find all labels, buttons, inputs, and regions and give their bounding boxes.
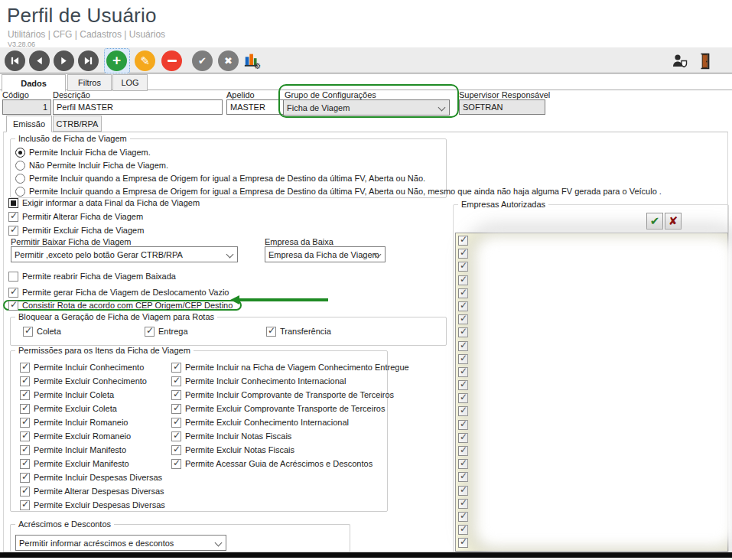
checkbox-row[interactable]: Permite Excluir Comprovante Transporte d… xyxy=(171,403,409,414)
checkbox[interactable] xyxy=(171,376,181,386)
empresa-checkbox[interactable] xyxy=(458,406,468,416)
empresa-row[interactable] xyxy=(458,459,727,469)
checkbox[interactable] xyxy=(20,459,30,469)
checkbox-row[interactable]: Entrega xyxy=(145,326,266,337)
checkbox-row[interactable]: Permite Incluir Coleta xyxy=(20,389,165,400)
empresa-checkbox[interactable] xyxy=(458,433,468,443)
checkbox[interactable] xyxy=(8,272,18,282)
checkbox-row[interactable]: Coleta xyxy=(23,326,145,337)
checkbox-row[interactable]: Permite Incluir Manifesto xyxy=(20,444,165,455)
empresa-checkbox[interactable] xyxy=(458,249,468,259)
checkbox[interactable] xyxy=(20,404,30,414)
checkbox[interactable] xyxy=(8,226,18,236)
checkbox-row[interactable]: Permite Incluir na Ficha de Viagem Conhe… xyxy=(171,362,409,373)
descricao-field[interactable]: Perfil MASTER xyxy=(53,99,223,115)
checkbox-row[interactable]: Exigir informar a data Final da Ficha de… xyxy=(8,197,200,208)
radio-row[interactable]: Permite Incluir Ficha de Viagem. xyxy=(15,147,662,158)
deselect-all-button[interactable]: ✘ xyxy=(665,213,682,230)
empresa-checkbox[interactable] xyxy=(458,380,468,390)
previous-record-button[interactable] xyxy=(29,50,50,71)
checkbox-row[interactable]: Permite Incluir Conhecimento Internacion… xyxy=(171,376,409,386)
empresa-row[interactable] xyxy=(458,472,727,482)
checkbox[interactable] xyxy=(8,198,18,208)
empresa-checkbox[interactable] xyxy=(458,236,468,246)
codigo-field[interactable]: 1 xyxy=(2,99,51,115)
select-all-button[interactable]: ✔ xyxy=(646,213,663,230)
empresa-checkbox[interactable] xyxy=(458,459,468,469)
user-permissions-button[interactable] xyxy=(671,52,689,70)
checkbox-row[interactable]: Permite reabrir Ficha de Viagem Baixada xyxy=(8,271,242,282)
checkbox-row[interactable]: Permitir Alterar Ficha de Viagem xyxy=(8,211,200,222)
empresa-checkbox[interactable] xyxy=(458,354,468,364)
empresa-row[interactable] xyxy=(458,525,727,535)
checkbox-row[interactable]: Permite Excluir Conhecimento xyxy=(20,376,165,386)
empresa-row[interactable] xyxy=(458,538,727,548)
checkbox[interactable] xyxy=(20,473,30,483)
checkbox-row[interactable]: Permite Incluir Despesas Diversas xyxy=(20,472,165,483)
checkbox-row[interactable]: Permite Incluir Romaneio xyxy=(20,417,165,428)
grupo-configuracoes-select[interactable]: Ficha de Viagem xyxy=(283,99,450,116)
checkbox-row[interactable]: Transferência xyxy=(266,326,388,337)
checkbox[interactable] xyxy=(23,327,33,337)
acrescimos-select[interactable]: Permitir informar acréscimos e descontos xyxy=(15,535,226,551)
last-record-button[interactable] xyxy=(78,50,99,71)
empresa-checkbox[interactable] xyxy=(458,327,468,337)
tab-filtros[interactable]: Filtros xyxy=(67,74,112,91)
empresa-row[interactable] xyxy=(458,236,727,246)
empresa-row[interactable] xyxy=(458,406,727,416)
empresa-row[interactable] xyxy=(458,420,727,430)
checkbox[interactable] xyxy=(20,445,30,455)
next-record-button[interactable] xyxy=(54,50,74,71)
add-record-button[interactable]: + xyxy=(106,50,127,71)
cancel-button[interactable]: ✖ xyxy=(218,50,239,71)
empresa-row[interactable] xyxy=(458,314,727,324)
checkbox-row[interactable]: Permite Excluir Manifesto xyxy=(20,458,165,469)
checkbox[interactable] xyxy=(171,459,181,469)
empresa-checkbox[interactable] xyxy=(458,288,468,298)
checkbox[interactable] xyxy=(8,301,18,311)
empresa-row[interactable] xyxy=(458,354,727,364)
radio-button[interactable] xyxy=(15,148,25,158)
edit-record-button[interactable]: ✎ xyxy=(135,50,155,71)
empresa-row[interactable] xyxy=(458,433,727,443)
checkbox-row[interactable]: Permite Excluir Despesas Diversas xyxy=(20,500,165,510)
radio-row[interactable]: Permite Incluir quando a Empresa de Orig… xyxy=(15,186,662,197)
checkbox[interactable] xyxy=(8,288,18,298)
checkbox[interactable] xyxy=(20,363,30,373)
empresa-checkbox[interactable] xyxy=(458,472,468,482)
radio-button[interactable] xyxy=(15,187,25,197)
checkbox[interactable] xyxy=(171,431,181,441)
checkbox-row[interactable]: Permite Excluir Romaneio xyxy=(20,431,165,441)
radio-button[interactable] xyxy=(15,174,25,184)
empresa-row[interactable] xyxy=(458,380,727,390)
radio-row[interactable]: Permite Incluir quando a Empresa de Orig… xyxy=(15,173,662,184)
checkbox[interactable] xyxy=(20,487,30,497)
empresa-row[interactable] xyxy=(458,486,727,496)
empresa-checkbox[interactable] xyxy=(458,341,468,351)
apelido-field[interactable]: MASTER xyxy=(226,99,288,115)
empresa-checkbox[interactable] xyxy=(458,486,468,496)
checkbox-row[interactable]: Permite Excluir Notas Fiscais xyxy=(171,444,409,455)
checkbox-row[interactable]: Permite Alterar Despesas Diversas xyxy=(20,486,165,497)
empresa-checkbox[interactable] xyxy=(458,446,468,456)
empresa-checkbox[interactable] xyxy=(458,499,468,509)
empresa-checkbox[interactable] xyxy=(458,393,468,403)
checkbox[interactable] xyxy=(20,390,30,400)
empresa-checkbox[interactable] xyxy=(458,301,468,311)
tab-dados[interactable]: Dados xyxy=(2,74,66,92)
checkbox-row[interactable]: Permite Incluir Comprovante de Transport… xyxy=(171,389,409,400)
checkbox[interactable] xyxy=(171,445,181,455)
checkbox[interactable] xyxy=(20,431,30,441)
checkbox[interactable] xyxy=(171,363,181,373)
checkbox-row[interactable]: Permitir Excluir Ficha de Viagem xyxy=(8,225,200,236)
baixar-select[interactable]: Permitir ,exceto pelo botão Gerar CTRB/R… xyxy=(11,246,238,262)
checkbox-row[interactable]: Permite Incluir Notas Fiscais xyxy=(171,431,409,441)
empresas-list[interactable] xyxy=(455,233,728,552)
checkbox[interactable] xyxy=(8,212,18,222)
empresa-baixa-select[interactable]: Empresa da Ficha de Viagem xyxy=(265,246,386,262)
checkbox[interactable] xyxy=(145,327,155,337)
empresa-checkbox[interactable] xyxy=(458,262,468,272)
radio-button[interactable] xyxy=(15,161,25,171)
radio-row[interactable]: Não Permite Incluir Ficha de Viagem. xyxy=(15,160,662,171)
checkbox[interactable] xyxy=(171,418,181,428)
